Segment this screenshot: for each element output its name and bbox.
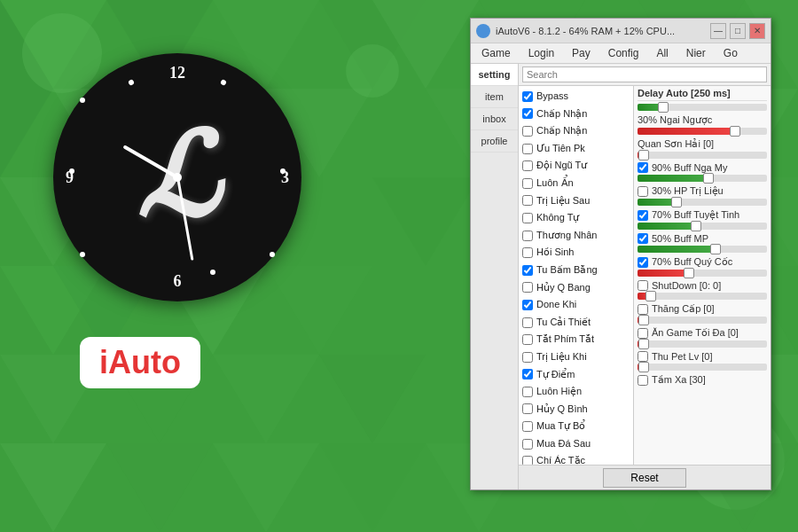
checkbox-label-15[interactable]: Trị Liệu Khi [536, 349, 587, 365]
checkbox-label-11[interactable]: Hủy Q Bang [536, 280, 591, 296]
settings-panel: Delay Auto [250 ms] 30% Ngai Ngược [634, 86, 771, 465]
checkbox-huy-q-bang[interactable] [522, 282, 533, 293]
checkbox-tri-lieu-khi[interactable] [522, 352, 533, 363]
an-game-checkbox[interactable] [638, 328, 648, 339]
menu-game[interactable]: Game [476, 45, 516, 61]
checkbox-label-21[interactable]: Chí Ác Tặc [536, 453, 585, 465]
checkbox-tu-diem[interactable] [522, 369, 533, 379]
setting-thang-cap: Thăng Cấp [0] [638, 303, 767, 324]
checkbox-bypass[interactable] [522, 91, 533, 102]
thang-cap-checkbox[interactable] [638, 304, 648, 315]
checkbox-label-13[interactable]: Tu Cải Thiết [536, 315, 591, 331]
buff-quy-coc-slider[interactable] [638, 270, 767, 277]
checkbox-luon-hien[interactable] [522, 387, 533, 397]
checkbox-label-17[interactable]: Luôn Hiện [536, 384, 582, 400]
buff-tuyet-tinh-checkbox[interactable] [638, 210, 648, 221]
thu-pet-checkbox[interactable] [638, 351, 648, 362]
checkbox-tat-phim-tat[interactable] [522, 334, 533, 345]
an-game-slider[interactable] [638, 340, 767, 348]
checkbox-label-bypass[interactable]: Bypass [536, 89, 568, 105]
checkbox-label-9[interactable]: Hồi Sinh [536, 245, 574, 261]
checkbox-label-5[interactable]: Luôn Ẩn [536, 176, 574, 192]
clock-number-6: 6 [174, 272, 182, 291]
hp-tri-lieu-slider[interactable] [638, 199, 767, 206]
checkbox-uu-tien-pk[interactable] [522, 144, 533, 154]
checkbox-label-12[interactable]: Done Khi [536, 297, 576, 313]
clock-dot-4 [280, 168, 286, 174]
checkbox-label-7[interactable]: Không Tự [536, 210, 579, 226]
checkbox-label-4[interactable]: Đội Ngũ Tư [536, 158, 587, 174]
checkbox-done-khi[interactable] [522, 300, 533, 310]
quan-son-hai-slider[interactable] [638, 152, 767, 159]
search-input[interactable] [522, 66, 767, 82]
reset-button[interactable]: Reset [603, 468, 685, 488]
minimize-button[interactable]: — [710, 23, 726, 39]
thang-cap-slider[interactable] [638, 317, 767, 324]
tam-xa-checkbox[interactable] [638, 375, 648, 386]
list-item: Ưu Tiên Pk [519, 140, 633, 158]
list-item: Hủy Q Bình [519, 401, 633, 419]
checkbox-huy-q-binh[interactable] [522, 403, 533, 414]
checkbox-tu-cai-thiet[interactable] [522, 317, 533, 328]
svg-marker-20 [106, 443, 213, 532]
buff-mp-slider[interactable] [638, 246, 767, 253]
hp-tri-lieu-checkbox[interactable] [638, 186, 648, 197]
shutdown-slider[interactable] [638, 293, 767, 300]
sidebar-tab-profile[interactable]: profile [471, 130, 518, 153]
maximize-button[interactable]: □ [730, 23, 746, 39]
checkbox-thuong-nhan[interactable] [522, 231, 533, 241]
checkbox-label-20[interactable]: Mua Đá Sau [536, 436, 591, 452]
menu-login[interactable]: Login [523, 45, 559, 61]
checkbox-tu-bam-bang[interactable] [522, 265, 533, 276]
menu-pay[interactable]: Pay [567, 45, 596, 61]
main-area: setting item inbox profile Bypass [471, 64, 771, 489]
sidebar: setting item inbox profile [471, 64, 519, 489]
checkbox-luon-an[interactable] [522, 178, 533, 189]
list-item: Luôn Hiện [519, 383, 633, 401]
checkbox-label-2[interactable]: Chấp Nhận [536, 123, 587, 139]
checkbox-label-14[interactable]: Tắt Phím Tắt [536, 332, 594, 348]
checkbox-label-1[interactable]: Chấp Nhận [536, 106, 587, 122]
menu-config[interactable]: Config [603, 45, 645, 61]
checkbox-doi-ngu-tu[interactable] [522, 160, 533, 171]
checkbox-label-6[interactable]: Trị Liệu Sau [536, 193, 590, 209]
sidebar-tab-inbox[interactable]: inbox [471, 108, 518, 130]
buff-nga-my-slider[interactable] [638, 175, 767, 182]
an-game-label: Ăn Game Tối Đa [0] [638, 327, 767, 339]
svg-marker-17 [213, 355, 319, 443]
hp-tri-lieu-label: 30% HP Trị Liệu [638, 185, 767, 197]
sidebar-tab-item[interactable]: item [471, 86, 518, 108]
shutdown-checkbox[interactable] [638, 280, 648, 291]
checkbox-hoi-sinh[interactable] [522, 247, 533, 258]
menu-all[interactable]: All [651, 45, 673, 61]
setting-shutdown: ShutDown [0: 0] [638, 280, 767, 300]
checkbox-mua-tu-bo[interactable] [522, 421, 533, 432]
ngai-nguoc-slider[interactable] [638, 128, 767, 135]
checkbox-tri-lieu-sau[interactable] [522, 195, 533, 206]
checkbox-chi-ac-tac[interactable] [522, 456, 533, 465]
checkbox-khong-tu[interactable] [522, 213, 533, 223]
buff-nga-my-checkbox[interactable] [638, 162, 648, 173]
thu-pet-slider[interactable] [638, 364, 767, 371]
sidebar-tab-setting[interactable]: setting [471, 64, 518, 86]
clock-face: ℒ 12 3 6 9 [53, 53, 301, 301]
list-item: Done Khi [519, 296, 633, 314]
menu-nier[interactable]: Nier [681, 45, 711, 61]
buff-quy-coc-checkbox[interactable] [638, 257, 648, 268]
checkbox-label-8[interactable]: Thương Nhân [536, 228, 597, 244]
checkbox-chap-nhan-1[interactable] [522, 108, 533, 119]
delay-auto-slider[interactable] [638, 104, 767, 111]
checkbox-label-16[interactable]: Tự Điểm [536, 367, 575, 383]
buff-mp-checkbox[interactable] [638, 233, 648, 244]
checkbox-chap-nhan-2[interactable] [522, 126, 533, 137]
close-button[interactable]: ✕ [749, 23, 765, 39]
menu-go[interactable]: Go [718, 45, 743, 61]
checkbox-label-18[interactable]: Hủy Q Bình [536, 402, 588, 418]
checkbox-label-19[interactable]: Mua Tự Bổ [536, 419, 585, 434]
setting-buff-nga-my: 90% Buff Nga My [638, 162, 767, 182]
checkbox-mua-da-sau[interactable] [522, 439, 533, 450]
checkbox-label-10[interactable]: Tu Bấm Bằng [536, 262, 598, 278]
buff-mp-label: 50% Buff MP [638, 233, 767, 244]
buff-tuyet-tinh-slider[interactable] [638, 223, 767, 230]
checkbox-label-3[interactable]: Ưu Tiên Pk [536, 141, 585, 157]
